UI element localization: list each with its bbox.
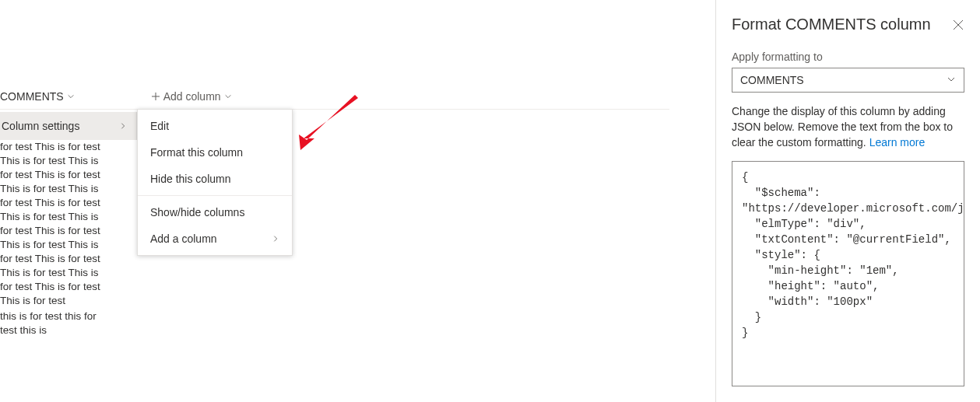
chevron-right-icon	[272, 232, 279, 245]
menu-hide-column[interactable]: Hide this column	[138, 166, 292, 192]
menu-show-hide-columns[interactable]: Show/hide columns	[138, 199, 292, 225]
list-item: this is for test this for test this is	[0, 309, 107, 339]
chevron-right-icon	[119, 120, 127, 132]
learn-more-link[interactable]: Learn more	[869, 136, 926, 149]
chevron-down-icon	[67, 93, 75, 100]
list-data: for test This is for test This is for te…	[0, 140, 107, 339]
close-icon	[952, 19, 964, 31]
apply-formatting-label: Apply formatting to	[732, 51, 964, 63]
column-context-menu: Edit Format this column Hide this column…	[137, 109, 293, 256]
dropdown-value: COMMENTS	[740, 74, 804, 86]
annotation-arrow-icon	[280, 92, 366, 154]
plus-icon	[151, 92, 160, 101]
column-header-comments[interactable]: COMMENTS	[0, 90, 81, 103]
menu-separator	[138, 195, 292, 196]
list-item: for test This is for test This is for te…	[0, 140, 107, 309]
close-button[interactable]	[952, 19, 964, 31]
column-header-label: COMMENTS	[0, 90, 64, 103]
column-settings-item[interactable]: Column settings	[0, 112, 137, 140]
add-column-label: Add column	[163, 90, 221, 103]
header-divider	[0, 109, 669, 110]
panel-title: Format COMMENTS column	[732, 16, 931, 33]
column-settings-label: Column settings	[2, 120, 79, 132]
add-column-button[interactable]: Add column	[151, 90, 232, 103]
panel-description: Change the display of this column by add…	[732, 103, 964, 150]
json-formatting-textarea[interactable]: { "$schema": "https://developer.microsof…	[732, 161, 964, 386]
menu-edit[interactable]: Edit	[138, 113, 292, 139]
apply-formatting-dropdown[interactable]: COMMENTS	[732, 68, 964, 93]
chevron-down-icon	[224, 93, 232, 100]
menu-add-column[interactable]: Add a column	[138, 225, 292, 252]
menu-format-column[interactable]: Format this column	[138, 139, 292, 166]
chevron-down-icon	[947, 74, 956, 86]
format-column-panel: Format COMMENTS column Apply formatting …	[715, 0, 980, 402]
